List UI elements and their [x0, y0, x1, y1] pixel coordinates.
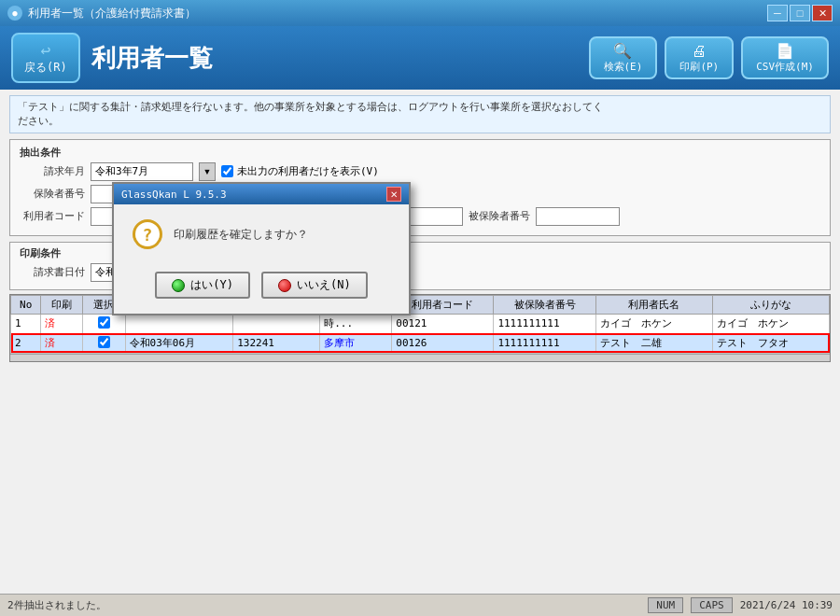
dialog-content: ? 印刷履歴を確定しますか？ — [114, 204, 409, 264]
dialog-buttons: はい(Y) いいえ(N) — [114, 264, 409, 314]
dialog-title: GlassQkan L 9.5.3 — [121, 189, 227, 201]
confirm-dialog: GlassQkan L 9.5.3 ✕ ? 印刷履歴を確定しますか？ はい(Y)… — [112, 182, 411, 315]
dialog-no-button[interactable]: いいえ(N) — [261, 272, 368, 299]
dialog-close-button[interactable]: ✕ — [386, 187, 401, 202]
dialog-question-icon: ? — [133, 219, 162, 249]
no-label: いいえ(N) — [297, 277, 351, 293]
dialog-overlay: GlassQkan L 9.5.3 ✕ ? 印刷履歴を確定しますか？ はい(Y)… — [0, 0, 840, 616]
dialog-title-bar: GlassQkan L 9.5.3 ✕ — [114, 184, 409, 204]
dialog-message: 印刷履歴を確定しますか？ — [174, 227, 308, 243]
yes-icon — [172, 279, 185, 292]
yes-label: はい(Y) — [190, 277, 233, 293]
dialog-yes-button[interactable]: はい(Y) — [155, 272, 250, 299]
no-icon — [278, 279, 291, 292]
